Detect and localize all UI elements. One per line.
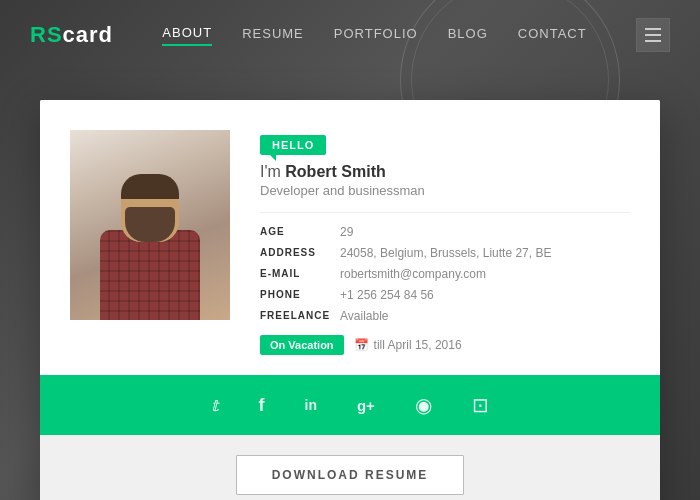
label-freelance: FREELANCE xyxy=(260,309,340,323)
person-beard xyxy=(125,207,175,242)
info-table: AGE 29 ADDRESS 24058, Belgium, Brussels,… xyxy=(260,225,630,323)
googleplus-icon[interactable]: g+ xyxy=(357,397,375,414)
instagram-icon[interactable]: ⊡ xyxy=(472,393,489,417)
vacation-badge[interactable]: On Vacation xyxy=(260,335,344,355)
nav-item-blog[interactable]: BLOG xyxy=(448,26,488,45)
profile-subtitle: Developer and businessman xyxy=(260,183,630,198)
person-hair xyxy=(121,174,179,199)
label-email: E-MAIL xyxy=(260,267,340,281)
label-age: AGE xyxy=(260,225,340,239)
label-phone: PHONE xyxy=(260,288,340,302)
twitter-icon[interactable]: 𝕥 xyxy=(211,396,218,415)
value-phone: +1 256 254 84 56 xyxy=(340,288,630,302)
card-bottom: DOWNLOAD RESUME xyxy=(40,435,660,500)
profile-photo xyxy=(70,130,230,320)
value-freelance: Available xyxy=(340,309,630,323)
person-head xyxy=(121,174,179,242)
nav-item-about[interactable]: ABOUT xyxy=(162,25,212,46)
person-shirt xyxy=(100,230,200,320)
main-nav: ABOUT RESUME PORTFOLIO BLOG CONTACT xyxy=(162,25,586,46)
person-body xyxy=(90,150,210,320)
intro-text: I'm Robert Smith xyxy=(260,163,630,181)
social-bar: 𝕥 f in g+ ◉ ⊡ xyxy=(40,375,660,435)
vacation-date-text: till April 15, 2016 xyxy=(374,338,462,352)
hello-badge: HELLO xyxy=(260,135,326,155)
facebook-icon[interactable]: f xyxy=(259,395,265,416)
divider xyxy=(260,212,630,213)
linkedin-icon[interactable]: in xyxy=(305,397,317,413)
logo-card: card xyxy=(63,22,113,48)
header: RS card ABOUT RESUME PORTFOLIO BLOG CONT… xyxy=(0,0,700,70)
calendar-icon: 📅 xyxy=(354,338,369,352)
nav-item-resume[interactable]: RESUME xyxy=(242,26,304,45)
value-address: 24058, Belgium, Brussels, Liutte 27, BE xyxy=(340,246,630,260)
vacation-row: On Vacation 📅 till April 15, 2016 xyxy=(260,335,630,355)
card-top: HELLO I'm Robert Smith Developer and bus… xyxy=(40,100,660,375)
download-resume-button[interactable]: DOWNLOAD RESUME xyxy=(236,455,465,495)
logo-rs: RS xyxy=(30,22,63,48)
profile-card: HELLO I'm Robert Smith Developer and bus… xyxy=(40,100,660,500)
profile-name: Robert Smith xyxy=(285,163,385,180)
hamburger-menu[interactable] xyxy=(636,18,670,52)
value-age: 29 xyxy=(340,225,630,239)
nav-item-contact[interactable]: CONTACT xyxy=(518,26,587,45)
value-email: robertsmith@company.com xyxy=(340,267,630,281)
card-info: HELLO I'm Robert Smith Developer and bus… xyxy=(260,130,630,355)
hamburger-line-3 xyxy=(645,40,661,42)
vacation-date: 📅 till April 15, 2016 xyxy=(354,338,462,352)
logo: RS card xyxy=(30,22,113,48)
main-content: HELLO I'm Robert Smith Developer and bus… xyxy=(0,70,700,500)
label-address: ADDRESS xyxy=(260,246,340,260)
dribbble-icon[interactable]: ◉ xyxy=(415,393,432,417)
hamburger-line-1 xyxy=(645,28,661,30)
nav-item-portfolio[interactable]: PORTFOLIO xyxy=(334,26,418,45)
hamburger-line-2 xyxy=(645,34,661,36)
